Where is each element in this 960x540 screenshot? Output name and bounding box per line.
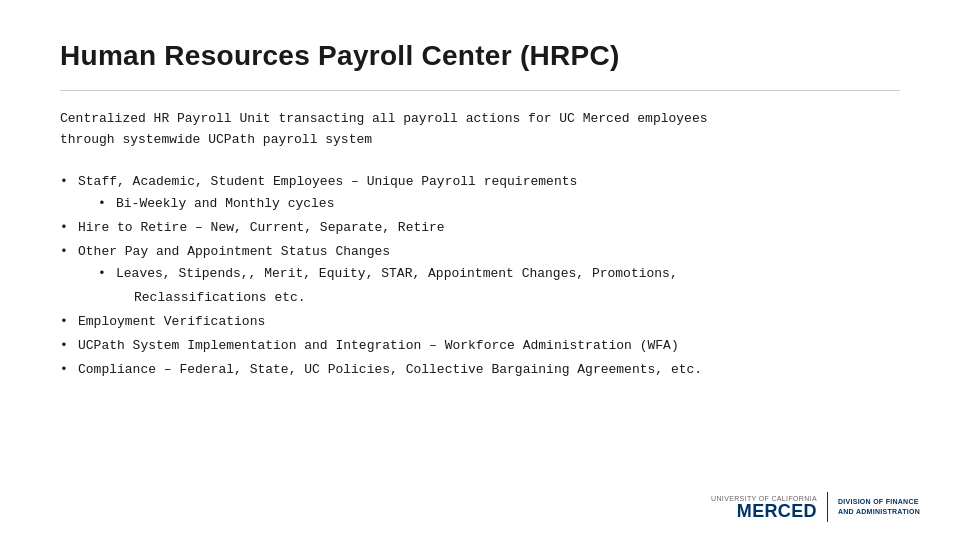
footer: University of California MERCED DIVISION… <box>711 492 920 522</box>
divider <box>60 90 900 91</box>
sub-item-2-1: Reclassifications etc. <box>98 287 900 309</box>
footer-division-line2: AND ADMINISTRATION <box>838 507 920 518</box>
subtitle-line1: Centralized HR Payroll Unit transacting … <box>60 111 708 126</box>
main-bullet-list: Staff, Academic, Student Employees – Uni… <box>60 171 900 382</box>
footer-logo-block: University of California MERCED <box>711 495 817 520</box>
bullet-item-3: Employment Verifications <box>60 311 900 333</box>
page-title: Human Resources Payroll Center (HRPC) <box>60 40 900 72</box>
sub-list-2: Leaves, Stipends,, Merit, Equity, STAR, … <box>98 263 900 309</box>
bullet-item-0: Staff, Academic, Student Employees – Uni… <box>60 171 900 215</box>
footer-vertical-divider <box>827 492 828 522</box>
subtitle: Centralized HR Payroll Unit transacting … <box>60 109 900 151</box>
subtitle-line2: through systemwide UCPath payroll system <box>60 132 372 147</box>
footer-division-line1: DIVISION OF FINANCE <box>838 497 920 508</box>
footer-merced: MERCED <box>711 502 817 520</box>
sub-list-0: Bi-Weekly and Monthly cycles <box>98 193 900 215</box>
sub-item-0-0: Bi-Weekly and Monthly cycles <box>98 193 900 215</box>
bullet-item-2: Other Pay and Appointment Status Changes… <box>60 241 900 309</box>
sub-item-2-0: Leaves, Stipends,, Merit, Equity, STAR, … <box>98 263 900 285</box>
footer-division: DIVISION OF FINANCE AND ADMINISTRATION <box>838 497 920 518</box>
content-area: Centralized HR Payroll Unit transacting … <box>60 109 900 381</box>
bullet-item-5: Compliance – Federal, State, UC Policies… <box>60 359 900 381</box>
page-container: Human Resources Payroll Center (HRPC) Ce… <box>0 0 960 540</box>
bullet-item-4: UCPath System Implementation and Integra… <box>60 335 900 357</box>
bullet-item-1: Hire to Retire – New, Current, Separate,… <box>60 217 900 239</box>
